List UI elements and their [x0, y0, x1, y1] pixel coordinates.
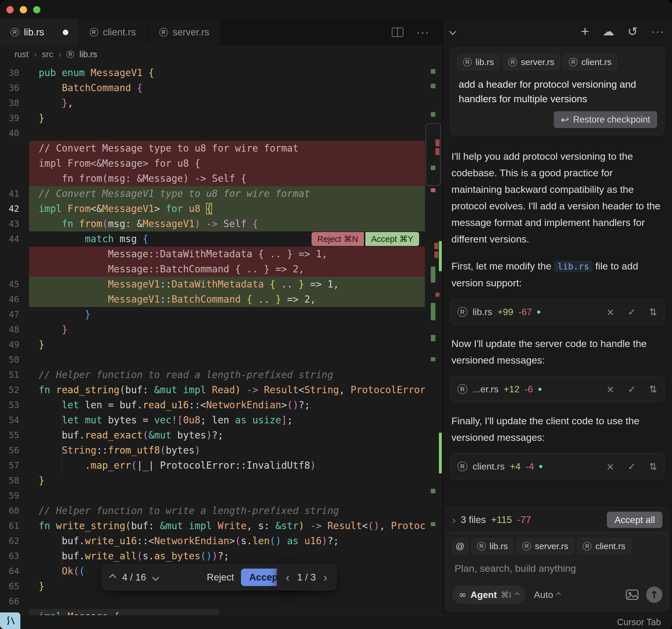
image-attach-icon[interactable] [626, 589, 639, 600]
chat-composer[interactable]: @ Rlib.rs Rserver.rs Rclient.rs Plan, se… [446, 532, 669, 611]
code-token: , s: [246, 520, 275, 531]
modified-dot-icon [63, 30, 68, 35]
code-line[interactable]: 66 [0, 594, 425, 609]
diff-ruler-mark [435, 293, 439, 297]
diff-card-server[interactable]: R ...er.rs +12 -6 × ✓ ⇅ [450, 376, 665, 402]
discard-icon[interactable]: × [606, 384, 615, 395]
apply-icon[interactable]: ✓ [628, 461, 636, 472]
file-pill-client[interactable]: Rclient.rs [563, 54, 617, 70]
code-line[interactable]: 40 [0, 126, 425, 141]
breadcrumb-dir[interactable]: src [42, 50, 53, 59]
apply-icon[interactable]: ✓ [628, 384, 636, 395]
chevron-down-icon[interactable] [449, 28, 456, 35]
context-pill-lib[interactable]: Rlib.rs [472, 538, 513, 554]
mention-button[interactable]: @ [452, 538, 468, 554]
code-line[interactable]: 48 } [0, 322, 425, 337]
breadcrumb-file[interactable]: lib.rs [79, 50, 97, 59]
code-line[interactable]: // Convert Message type to u8 for wire f… [0, 141, 425, 156]
file-pill-server[interactable]: Rserver.rs [503, 54, 560, 70]
context-pill-client[interactable]: Rclient.rs [577, 538, 631, 554]
code-line[interactable]: 60// Helper function to write a length-p… [0, 503, 425, 518]
code-line[interactable]: 57 .map_err(|_| ProtocolError::InvalidUt… [0, 458, 425, 473]
code-line[interactable]: 62 buf.write_u16::<NetworkEndian>(s.len(… [0, 533, 425, 549]
agent-mode-selector[interactable]: ∞ Agent ⌘I [452, 586, 525, 604]
minimize-window-button[interactable] [20, 6, 27, 14]
code-line[interactable]: 46 MessageV1::BatchCommand { .. } => 2, [0, 292, 425, 307]
file-pill-lib[interactable]: Rlib.rs [457, 54, 499, 70]
chevron-right-icon[interactable]: › [452, 514, 455, 526]
chat-more-icon[interactable]: ··· [651, 28, 665, 34]
code-token: < [298, 384, 304, 396]
chevron-up-icon [515, 593, 520, 597]
previous-diff-icon[interactable] [109, 574, 116, 581]
discard-icon[interactable]: × [606, 461, 615, 472]
tab-server-rs[interactable]: R server.rs [149, 19, 220, 45]
code-editor[interactable]: 30pub enum MessageV1 {36 BatchCommand {3… [0, 63, 442, 615]
expand-icon[interactable]: ⇅ [649, 461, 657, 472]
code-token: MessageV1 [143, 218, 195, 229]
code-line[interactable]: 41// Convert MessageV1 type to u8 for wi… [0, 186, 425, 201]
code-line[interactable]: 56 String::from_utf8(bytes) [0, 443, 425, 458]
code-line[interactable]: 61fn write_string(buf: &mut impl Write, … [0, 518, 425, 533]
code-line[interactable]: 39} [0, 111, 425, 126]
code-line[interactable]: 58} [0, 473, 425, 488]
discard-icon[interactable]: × [606, 306, 615, 318]
split-editor-icon[interactable] [392, 28, 403, 37]
next-file-icon[interactable]: › [323, 571, 327, 584]
code-line[interactable]: 42impl From<&MessageV1> for u8 { [0, 201, 425, 216]
send-button[interactable]: ↑ [646, 586, 663, 603]
tab-lib-rs[interactable]: R lib.rs [0, 19, 79, 45]
reject-button[interactable]: Reject [207, 572, 234, 583]
inline-reject-button[interactable]: Reject ⌘N [312, 232, 364, 246]
diff-card-client[interactable]: R client.rs +4 -4 × ✓ ⇅ [450, 453, 665, 479]
code-line[interactable]: 44 match msg {Reject ⌘NAccept ⌘Y [0, 231, 425, 247]
code-line[interactable]: 51// Helper function to read a length-pr… [0, 367, 425, 382]
expand-icon[interactable]: ⇅ [649, 384, 657, 395]
cloud-icon[interactable]: ☁ [602, 25, 614, 38]
expand-icon[interactable]: ⇅ [649, 306, 657, 318]
code-line[interactable]: Message::DataWithMetadata { .. } => 1, [0, 247, 425, 262]
history-icon[interactable]: ↺ [627, 24, 638, 39]
code-line[interactable]: 63 buf.write_all(s.as_bytes())?; [0, 549, 425, 564]
code-line[interactable]: 53 let len = buf.read_u16::<NetworkEndia… [0, 398, 425, 413]
code-token: Result [322, 520, 362, 531]
code-line[interactable]: 55 buf.read_exact(&mut bytes)?; [0, 428, 425, 443]
context-pill-server[interactable]: Rserver.rs [517, 538, 574, 554]
code-line[interactable]: 45 MessageV1::DataWithMetadata { .. } =>… [0, 277, 425, 292]
code-line[interactable]: Message::BatchCommand { .. } => 2, [0, 262, 425, 277]
accept-all-button[interactable]: Accept all [607, 512, 663, 528]
code-line[interactable]: 50 [0, 352, 425, 367]
apply-icon[interactable]: ✓ [628, 306, 636, 318]
previous-file-icon[interactable]: ‹ [286, 571, 289, 584]
code-line[interactable]: fn from(msg: &Message) -> Self { [0, 171, 425, 186]
statusbar-label[interactable]: Cursor Tab [617, 617, 661, 628]
cursor-logo[interactable] [0, 612, 20, 629]
code-line[interactable]: 47 } [0, 307, 425, 322]
code-line[interactable]: 54 let mut bytes = vec![0u8; len as usiz… [0, 413, 425, 428]
new-chat-icon[interactable]: + [581, 26, 589, 37]
inline-accept-button[interactable]: Accept ⌘Y [365, 232, 419, 246]
code-line[interactable]: impl From<&Message> for u8 { [0, 156, 425, 171]
restore-checkpoint-button[interactable]: ↩ Restore checkpoint [554, 111, 657, 128]
code-line[interactable]: 36 BatchCommand { [0, 80, 425, 96]
composer-input[interactable]: Plan, search, build anything [455, 563, 660, 574]
more-actions-icon[interactable]: ··· [416, 29, 430, 35]
code-line[interactable]: 52fn read_string(buf: &mut impl Read) ->… [0, 382, 425, 398]
next-diff-icon[interactable] [152, 574, 159, 581]
close-window-button[interactable] [6, 6, 14, 14]
code-line[interactable]: 59 [0, 488, 425, 503]
overview-ruler[interactable] [425, 63, 442, 615]
code-line[interactable]: impl Message { [0, 609, 425, 615]
code-line[interactable]: 30pub enum MessageV1 { [0, 65, 425, 80]
breadcrumb-root[interactable]: rust [15, 50, 28, 59]
code-line[interactable]: 43 fn from(msg: &MessageV1) -> Self { [0, 216, 425, 231]
line-number: 49 [0, 337, 29, 352]
code-token: bytes = [102, 414, 154, 426]
code-line[interactable]: 49} [0, 337, 425, 352]
zoom-window-button[interactable] [33, 6, 41, 14]
code-line[interactable]: 38 }, [0, 96, 425, 111]
tab-client-rs[interactable]: R client.rs [79, 19, 149, 45]
code-token: Message::BatchCommand { .. } => 2, [39, 263, 304, 275]
model-selector[interactable]: Auto [534, 589, 560, 600]
diff-card-lib[interactable]: R lib.rs +99 -67 × ✓ ⇅ [450, 299, 665, 325]
